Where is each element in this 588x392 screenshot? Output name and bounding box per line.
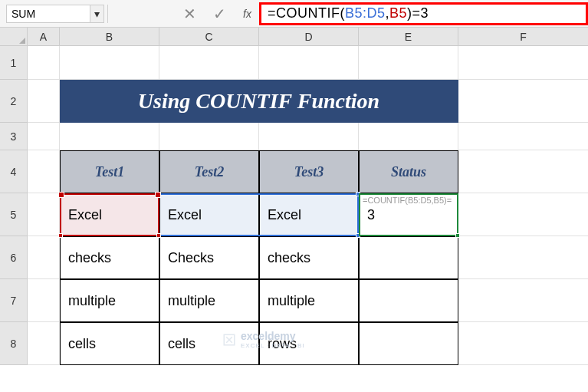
cell-E5[interactable]: =COUNTIF(B5:D5,B5)= 3: [359, 193, 458, 236]
cell-E5-value: 3: [367, 207, 375, 223]
row-header-3[interactable]: 3: [0, 123, 28, 150]
header-test1[interactable]: Test1: [60, 150, 159, 193]
cell-C5[interactable]: Excel: [159, 193, 259, 236]
col-header-A[interactable]: A: [28, 28, 60, 46]
cell-C7[interactable]: multiple: [159, 279, 259, 322]
row-header-4[interactable]: 4: [0, 150, 28, 193]
cell-E7[interactable]: [359, 279, 458, 322]
formula-bar[interactable]: =COUNTIF(B5:D5,B5)=3: [259, 2, 588, 25]
cell-E3[interactable]: [359, 123, 458, 150]
cell-B8[interactable]: cells: [60, 322, 159, 365]
cell-F6[interactable]: [458, 236, 588, 279]
cell-F8[interactable]: [458, 322, 588, 365]
column-headers: A B C D E F: [28, 28, 588, 46]
formula-toolbar: ▾ ✕ ✓ fx =COUNTIF(B5:D5,B5)=3: [0, 0, 588, 28]
cell-C1[interactable]: [159, 46, 259, 80]
row-header-6[interactable]: 6: [0, 236, 28, 279]
cell-E1[interactable]: [359, 46, 458, 80]
cell-F1[interactable]: [458, 46, 588, 80]
col-header-F[interactable]: F: [458, 28, 588, 46]
formula-ref: B5: [389, 5, 407, 21]
cell-F3[interactable]: [458, 123, 588, 150]
cell-B6[interactable]: checks: [60, 236, 159, 279]
row-header-7[interactable]: 7: [0, 279, 28, 322]
row-headers: 1 2 3 4 5 6 7 8: [0, 46, 28, 365]
col-header-E[interactable]: E: [359, 28, 458, 46]
row-header-8[interactable]: 8: [0, 322, 28, 365]
header-test3[interactable]: Test3: [259, 150, 359, 193]
cell-E5-editing: =COUNTIF(B5:D5,B5)=: [363, 196, 452, 205]
name-box[interactable]: [6, 5, 90, 23]
formula-eq: =: [268, 5, 276, 21]
col-header-B[interactable]: B: [60, 28, 159, 46]
namebox-wrap: ▾: [0, 5, 108, 23]
select-all-corner[interactable]: [0, 28, 28, 46]
row-header-2[interactable]: 2: [0, 80, 28, 123]
cell-B1[interactable]: [60, 46, 159, 80]
confirm-icon[interactable]: ✓: [213, 5, 226, 23]
cell-B7[interactable]: multiple: [60, 279, 159, 322]
cell-E6[interactable]: [359, 236, 458, 279]
title-banner[interactable]: Using COUNTIF Function: [60, 80, 458, 123]
cell-A8[interactable]: [28, 322, 60, 365]
cell-D6[interactable]: checks: [259, 236, 359, 279]
namebox-dropdown[interactable]: ▾: [90, 5, 104, 23]
cell-F5[interactable]: [458, 193, 588, 236]
formula-range: B5:D5: [345, 5, 386, 21]
cell-B5[interactable]: Excel: [60, 193, 159, 236]
col-header-C[interactable]: C: [159, 28, 259, 46]
cell-A2[interactable]: [28, 80, 60, 123]
cell-grid: Using COUNTIF Function Test1 Test2 Test3…: [28, 46, 588, 365]
formula-fn: COUNTIF: [276, 5, 340, 21]
cell-D7[interactable]: multiple: [259, 279, 359, 322]
cancel-icon[interactable]: ✕: [183, 5, 196, 23]
cell-A3[interactable]: [28, 123, 60, 150]
cell-F4[interactable]: [458, 150, 588, 193]
formula-buttons: ✕ ✓: [174, 5, 235, 23]
header-status[interactable]: Status: [359, 150, 458, 193]
cell-B3[interactable]: [60, 123, 159, 150]
formula-tail: =3: [412, 5, 429, 21]
cell-A5[interactable]: [28, 193, 60, 236]
row-header-1[interactable]: 1: [0, 46, 28, 80]
cell-A1[interactable]: [28, 46, 60, 80]
cell-E8[interactable]: [359, 322, 458, 365]
cell-A7[interactable]: [28, 279, 60, 322]
cell-A4[interactable]: [28, 150, 60, 193]
cell-D5[interactable]: Excel: [259, 193, 359, 236]
cell-F2[interactable]: [458, 80, 588, 123]
chevron-down-icon: ▾: [94, 8, 100, 20]
cell-C3[interactable]: [159, 123, 259, 150]
col-header-D[interactable]: D: [259, 28, 359, 46]
cell-D8[interactable]: rows: [259, 322, 359, 365]
row-header-5[interactable]: 5: [0, 193, 28, 236]
cell-C6[interactable]: Checks: [159, 236, 259, 279]
cell-A6[interactable]: [28, 236, 60, 279]
fx-icon[interactable]: fx: [235, 8, 259, 20]
cell-D3[interactable]: [259, 123, 359, 150]
cell-C8[interactable]: cells: [159, 322, 259, 365]
header-test2[interactable]: Test2: [159, 150, 259, 193]
cell-F7[interactable]: [458, 279, 588, 322]
cell-D1[interactable]: [259, 46, 359, 80]
